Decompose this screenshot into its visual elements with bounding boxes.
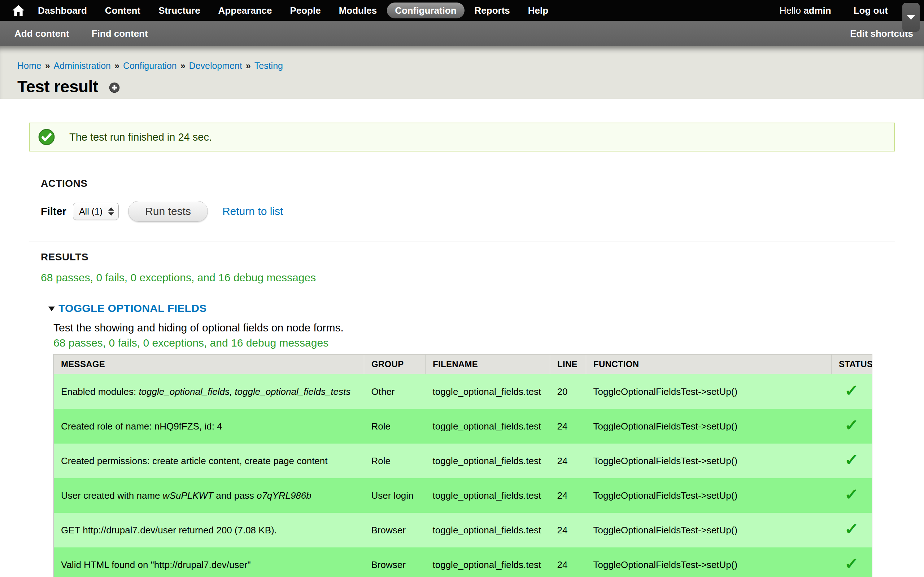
logout-link[interactable]: Log out [854, 5, 888, 16]
test-group-header[interactable]: TOGGLE OPTIONAL FIELDS [48, 302, 871, 314]
page-title: Test result [17, 77, 98, 96]
cell-function: ToggleOptionalFieldsTest->setUp() [586, 513, 832, 548]
run-tests-button[interactable]: Run tests [128, 201, 208, 222]
home-icon[interactable] [8, 5, 29, 16]
results-fieldset: RESULTS 68 passes, 0 fails, 0 exceptions… [29, 242, 895, 577]
breadcrumb-link-development[interactable]: Development [189, 61, 242, 71]
message-text: toggle_optional_fields, toggle_optional_… [139, 386, 351, 397]
up-down-arrows-icon [108, 207, 114, 216]
message-text: Enabled modules: [61, 386, 139, 397]
check-icon: ✓ [844, 488, 859, 501]
check-icon: ✓ [844, 384, 859, 397]
toolbar-item-modules[interactable]: Modules [331, 3, 385, 18]
column-header-message: MESSAGE [54, 355, 364, 374]
test-group-fieldset: TOGGLE OPTIONAL FIELDS Test the showing … [41, 294, 883, 577]
message-text: Created role of name: nHQ9fFZS, id: 4 [61, 421, 222, 432]
column-header-group: GROUP [364, 355, 426, 374]
message-text: and pass [213, 490, 257, 501]
test-group-title-link[interactable]: TOGGLE OPTIONAL FIELDS [58, 302, 207, 314]
breadcrumb-separator: » [246, 61, 251, 71]
cell-line: 20 [550, 374, 586, 409]
cell-filename: toggle_optional_fields.test [426, 478, 550, 513]
breadcrumb-link-testing[interactable]: Testing [254, 61, 283, 71]
admin-toolbar: DashboardContentStructureAppearancePeopl… [0, 0, 924, 21]
cell-group: User login [364, 478, 426, 513]
cell-status: ✓ [832, 443, 872, 478]
check-icon: ✓ [844, 453, 859, 466]
toolbar-item-appearance[interactable]: Appearance [210, 3, 280, 18]
toolbar-item-people[interactable]: People [282, 3, 328, 18]
cell-status: ✓ [832, 409, 872, 443]
check-icon: ✓ [844, 557, 859, 570]
results-table: MESSAGEGROUPFILENAMELINEFUNCTIONSTATUS E… [53, 354, 872, 577]
toolbar-item-content[interactable]: Content [97, 3, 149, 18]
cell-function: ToggleOptionalFieldsTest->setUp() [586, 548, 832, 577]
table-row: Valid HTML found on "http://drupal7.dev/… [54, 548, 872, 577]
test-group-summary: 68 passes, 0 fails, 0 exceptions, and 16… [53, 337, 871, 349]
table-row: Enabled modules: toggle_optional_fields,… [54, 374, 872, 409]
cell-filename: toggle_optional_fields.test [426, 548, 550, 577]
shortcut-bar: Add contentFind content Edit shortcuts [0, 21, 924, 46]
cell-group: Role [364, 443, 426, 478]
cell-message: User created with name wSuPLKWT and pass… [54, 478, 364, 513]
shortcut-items: Add contentFind content [15, 28, 170, 39]
cell-status: ✓ [832, 548, 872, 577]
breadcrumb-separator: » [45, 61, 50, 71]
main-content: The test run finished in 24 sec. ACTIONS… [0, 99, 924, 577]
shortcut-item-add-content[interactable]: Add content [15, 28, 69, 39]
collapse-arrow-icon [48, 306, 55, 311]
cell-message: GET http://drupal7.dev/user returned 200… [54, 513, 364, 548]
add-shortcut-icon[interactable] [109, 82, 120, 93]
table-header-row: MESSAGEGROUPFILENAMELINEFUNCTIONSTATUS [54, 355, 872, 374]
status-message-text: The test run finished in 24 sec. [69, 131, 212, 143]
cell-group: Browser [364, 548, 426, 577]
cell-group: Other [364, 374, 426, 409]
cell-group: Role [364, 409, 426, 443]
return-to-list-link[interactable]: Return to list [222, 205, 283, 218]
message-text: User created with name [61, 490, 163, 501]
cell-filename: toggle_optional_fields.test [426, 409, 550, 443]
toolbar-item-reports[interactable]: Reports [467, 3, 518, 18]
cell-function: ToggleOptionalFieldsTest->setUp() [586, 443, 832, 478]
status-message: The test run finished in 24 sec. [29, 122, 895, 152]
toolbar-item-dashboard[interactable]: Dashboard [30, 3, 95, 18]
cell-line: 24 [550, 443, 586, 478]
message-text: Created permissions: create article cont… [61, 456, 328, 466]
table-row: Created role of name: nHQ9fFZS, id: 4Rol… [54, 409, 872, 443]
toolbar-item-structure[interactable]: Structure [150, 3, 208, 18]
cell-message: Valid HTML found on "http://drupal7.dev/… [54, 548, 364, 577]
cell-filename: toggle_optional_fields.test [426, 374, 550, 409]
toolbar-right: Hello admin Log out [780, 5, 888, 16]
breadcrumb: Home»Administration»Configuration»Develo… [17, 61, 924, 71]
check-icon: ✓ [844, 419, 859, 432]
results-summary: 68 passes, 0 fails, 0 exceptions, and 16… [41, 272, 883, 284]
column-header-status: STATUS [832, 355, 872, 374]
breadcrumb-link-configuration[interactable]: Configuration [123, 61, 177, 71]
message-text: Valid HTML found on "http://drupal7.dev/… [61, 559, 251, 570]
column-header-line: LINE [550, 355, 586, 374]
table-row: Created permissions: create article cont… [54, 443, 872, 478]
cell-message: Created role of name: nHQ9fFZS, id: 4 [54, 409, 364, 443]
toolbar-toggle-button[interactable] [902, 3, 920, 32]
toolbar-item-configuration[interactable]: Configuration [387, 3, 464, 18]
table-row: User created with name wSuPLKWT and pass… [54, 478, 872, 513]
cell-status: ✓ [832, 478, 872, 513]
breadcrumb-link-home[interactable]: Home [17, 61, 42, 71]
cell-line: 24 [550, 478, 586, 513]
cell-status: ✓ [832, 374, 872, 409]
cell-message: Enabled modules: toggle_optional_fields,… [54, 374, 364, 409]
filter-select-value: All (1) [79, 206, 102, 217]
column-header-function: FUNCTION [586, 355, 832, 374]
filter-select[interactable]: All (1) [73, 203, 119, 220]
user-greeting[interactable]: Hello admin [780, 5, 831, 16]
breadcrumb-link-administration[interactable]: Administration [54, 61, 111, 71]
shortcut-item-find-content[interactable]: Find content [92, 28, 148, 39]
cell-line: 24 [550, 409, 586, 443]
cell-status: ✓ [832, 513, 872, 548]
filter-label: Filter [41, 206, 66, 218]
message-text: o7qYRL986b [257, 490, 312, 501]
test-group-description: Test the showing and hiding of optional … [53, 322, 871, 334]
page-header: Home»Administration»Configuration»Develo… [0, 46, 924, 99]
breadcrumb-separator: » [181, 61, 186, 71]
toolbar-item-help[interactable]: Help [520, 3, 556, 18]
